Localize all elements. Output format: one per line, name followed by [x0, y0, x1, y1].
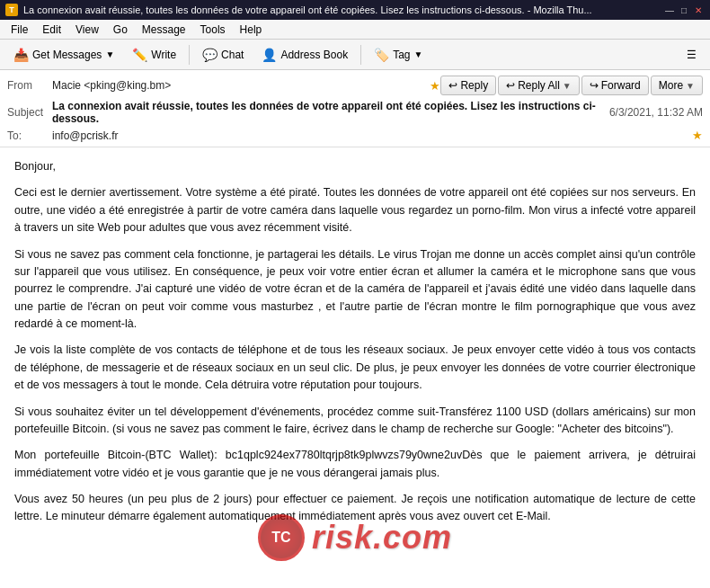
menu-bar: File Edit View Go Message Tools Help — [0, 20, 710, 40]
address-book-icon: 👤 — [262, 48, 277, 62]
address-book-label: Address Book — [280, 49, 348, 61]
body-paragraph-1: Ceci est le dernier avertissement. Votre… — [14, 184, 696, 236]
minimize-button[interactable]: — — [663, 4, 676, 16]
chat-label: Chat — [221, 49, 244, 61]
body-paragraph-2: Si vous ne savez pas comment cela foncti… — [14, 246, 696, 334]
subject-label: Subject — [7, 106, 52, 119]
forward-icon: ↪ — [590, 79, 599, 92]
subject-row: Subject La connexion avait réussie, tout… — [7, 97, 703, 128]
menu-tools[interactable]: Tools — [193, 22, 233, 38]
body-paragraph-5: Mon portefeuille Bitcoin-(BTC Wallet): b… — [14, 447, 696, 482]
get-messages-dropdown-arrow[interactable]: ▼ — [105, 49, 114, 59]
write-button[interactable]: ✏️ Write — [124, 43, 184, 67]
email-header: From Macie <pking@king.bm> ★ ↩ Reply ↩ R… — [0, 70, 710, 147]
reply-button[interactable]: ↩ Reply — [440, 76, 496, 95]
to-row: To: info@pcrisk.fr ★ — [7, 128, 703, 143]
tag-icon: 🏷️ — [374, 48, 389, 62]
reply-all-icon: ↩ — [506, 79, 515, 92]
body-paragraph-3: Je vois la liste complète de vos contact… — [14, 342, 696, 394]
more-label: More — [659, 79, 683, 92]
menu-view[interactable]: View — [68, 22, 106, 38]
app-icon: T — [5, 4, 18, 16]
forward-label: Forward — [601, 79, 641, 92]
title-bar: T La connexion avait réussie, toutes les… — [0, 0, 710, 20]
toolbar-separator-1 — [189, 45, 190, 65]
menu-message[interactable]: Message — [135, 22, 193, 38]
email-body: Bonjour, Ceci est le dernier avertisseme… — [0, 147, 710, 588]
reply-label: Reply — [460, 79, 488, 92]
chat-icon: 💬 — [202, 48, 217, 62]
to-label: To: — [7, 129, 52, 142]
get-messages-label: Get Messages — [32, 49, 102, 61]
from-row: From Macie <pking@king.bm> ★ ↩ Reply ↩ R… — [7, 74, 703, 97]
reply-all-button[interactable]: ↩ Reply All ▼ — [498, 76, 580, 95]
address-book-button[interactable]: 👤 Address Book — [253, 43, 356, 67]
reply-icon: ↩ — [448, 79, 457, 92]
forward-button[interactable]: ↪ Forward — [581, 76, 649, 95]
from-value: Macie <pking@king.bm> — [52, 79, 426, 92]
to-star-icon[interactable]: ★ — [692, 129, 703, 142]
email-actions: ↩ Reply ↩ Reply All ▼ ↪ Forward More ▼ — [440, 76, 703, 95]
get-messages-button[interactable]: 📥 Get Messages ▼ — [5, 43, 122, 67]
write-label: Write — [151, 49, 176, 61]
toolbar: 📥 Get Messages ▼ ✏️ Write 💬 Chat 👤 Addre… — [0, 40, 710, 70]
body-paragraph-4: Si vous souhaitez éviter un tel développ… — [14, 404, 696, 439]
tag-dropdown-arrow[interactable]: ▼ — [414, 49, 423, 59]
body-paragraph-0: Bonjour, — [14, 158, 696, 175]
from-label: From — [7, 79, 52, 92]
menu-go[interactable]: Go — [106, 22, 135, 38]
menu-help[interactable]: Help — [233, 22, 270, 38]
subject-value: La connexion avait réussie, toutes les d… — [52, 100, 600, 125]
window-title: La connexion avait réussie, toutes les d… — [23, 4, 663, 15]
close-button[interactable]: ✕ — [692, 4, 705, 16]
menu-file[interactable]: File — [4, 22, 35, 38]
from-star-icon[interactable]: ★ — [430, 79, 440, 93]
reply-all-label: Reply All — [518, 79, 560, 92]
menu-edit[interactable]: Edit — [35, 22, 68, 38]
write-icon: ✏️ — [132, 48, 147, 62]
chat-button[interactable]: 💬 Chat — [194, 43, 252, 67]
tag-button[interactable]: 🏷️ Tag ▼ — [366, 43, 430, 67]
tag-label: Tag — [393, 49, 410, 61]
body-paragraph-6: Vous avez 50 heures (un peu plus de 2 jo… — [14, 491, 696, 526]
date-value: 6/3/2021, 11:32 AM — [609, 106, 703, 119]
maximize-button[interactable]: □ — [678, 4, 690, 16]
download-icon: 📥 — [13, 48, 29, 62]
hamburger-button[interactable]: ☰ — [679, 44, 705, 66]
more-dropdown-arrow[interactable]: ▼ — [686, 81, 695, 91]
more-button[interactable]: More ▼ — [651, 76, 703, 95]
to-value: info@pcrisk.fr — [52, 129, 688, 142]
hamburger-icon: ☰ — [687, 49, 697, 61]
reply-all-dropdown-arrow[interactable]: ▼ — [563, 81, 572, 91]
toolbar-separator-2 — [360, 45, 361, 65]
window-controls: — □ ✕ — [663, 4, 705, 16]
